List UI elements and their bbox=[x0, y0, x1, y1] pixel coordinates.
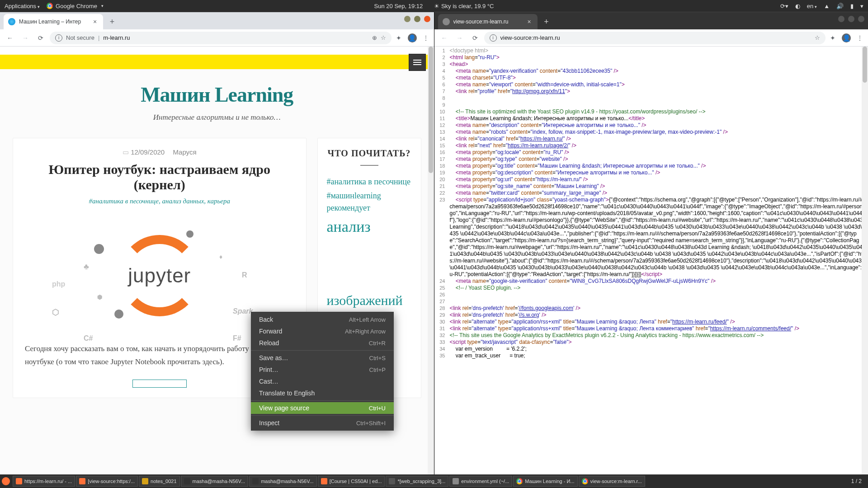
ctx-inspect[interactable]: InspectCtrl+Shift+I bbox=[251, 417, 394, 429]
apps-menu[interactable]: Applications▾ bbox=[5, 3, 40, 9]
desktop-topbar: Applications▾ Google Chrome▾ Sun 20 Sep,… bbox=[0, 0, 868, 12]
translate-icon[interactable]: ⊕ bbox=[372, 34, 377, 41]
ctx-print[interactable]: Print…Ctrl+P bbox=[251, 364, 394, 375]
ctx-back[interactable]: BackAlt+Left Arrow bbox=[251, 314, 394, 325]
sidebar-tag[interactable]: #машинlearning рекомендует bbox=[327, 190, 412, 214]
taskbar-item[interactable]: notes_0021 bbox=[139, 476, 180, 487]
sidebar-title: ЧТО ПОЧИТАТЬ? bbox=[327, 148, 412, 159]
omnibox[interactable]: i view-source:m-learn.ru ☆ bbox=[484, 32, 826, 44]
chrome-menu[interactable]: Google Chrome▾ bbox=[47, 3, 104, 9]
clock[interactable]: Sun 20 Sep, 19:12 bbox=[374, 3, 423, 9]
site-menu-button[interactable] bbox=[409, 54, 426, 71]
taskbar-item[interactable]: https://m-learn.ru/ - ... bbox=[13, 476, 75, 487]
sidebar-tag[interactable]: изображений bbox=[327, 292, 412, 309]
browser-tab[interactable]: view-source:m-learn.ru × bbox=[438, 14, 538, 29]
reload-button[interactable]: ⟳ bbox=[34, 32, 47, 44]
post-title[interactable]: Юпитер ноутбук: настраиваем ядро (кернел… bbox=[25, 162, 294, 192]
profile-icon[interactable]: 👤 bbox=[408, 33, 417, 42]
weather[interactable]: ☀ Sky is clear, 19.9 °C bbox=[434, 3, 494, 9]
extensions-icon[interactable]: ✦ bbox=[828, 33, 837, 42]
post-author[interactable]: Маруся bbox=[173, 148, 196, 156]
taskbar: https://m-learn.ru/ - ...[view-source:ht… bbox=[0, 474, 868, 488]
ctx-save-as[interactable]: Save as…Ctrl+S bbox=[251, 352, 394, 364]
scrollbar[interactable] bbox=[428, 47, 434, 474]
window-close[interactable] bbox=[424, 16, 430, 22]
site-title[interactable]: Машин Learning bbox=[0, 83, 434, 107]
sidebar-tag[interactable]: #аналитика в песочнице bbox=[327, 176, 412, 188]
omnibox[interactable]: i Not secure | m-learn.ru ⊕ ☆ bbox=[50, 32, 392, 44]
extensions-icon[interactable]: ✦ bbox=[394, 33, 403, 42]
tab-bar: view-source:m-learn.ru × + bbox=[434, 12, 868, 29]
reload-button[interactable]: ⟳ bbox=[469, 32, 481, 44]
address-bar: ← → ⟳ i view-source:m-learn.ru ☆ ✦ 👤 ⋮ bbox=[434, 29, 868, 47]
power-icon[interactable]: ▾ bbox=[860, 3, 863, 9]
ctx-transl 6a74 te[interactable]: Translate to English bbox=[251, 387, 394, 399]
taskbar-item[interactable]: [view-source:https:/... bbox=[76, 476, 138, 487]
updates-icon[interactable]: ⟳▾ bbox=[780, 3, 788, 9]
post-tags[interactable]: #аналитика в песочнице, анализ данных, к… bbox=[89, 197, 230, 205]
tab-close-icon[interactable]: × bbox=[91, 18, 99, 25]
tab-title: view-source:m-learn.ru bbox=[453, 19, 522, 25]
header-band bbox=[0, 55, 434, 69]
site-info-icon[interactable]: i bbox=[55, 34, 62, 42]
taskbar-item[interactable]: masha@masha-N56V... bbox=[249, 476, 317, 487]
taskbar-item[interactable]: masha@masha-N56V... bbox=[181, 476, 249, 487]
taskbar-item[interactable]: environment.yml (~/... bbox=[449, 476, 512, 487]
lang-indicator[interactable]: en▾ bbox=[807, 3, 817, 9]
taskbar-item[interactable]: [Course | CS50AI | ed... bbox=[318, 476, 385, 487]
menu-icon[interactable]: ⋮ bbox=[855, 33, 864, 42]
post-date: 12/09/2020 bbox=[131, 148, 165, 156]
new-tab-button[interactable]: + bbox=[540, 15, 553, 28]
window-minimize[interactable] bbox=[404, 16, 410, 22]
menu-icon[interactable]: ⋮ bbox=[421, 33, 430, 42]
forward-button[interactable]: → bbox=[19, 32, 32, 44]
scrollbar[interactable] bbox=[862, 47, 868, 474]
source-code-view[interactable]: 1<!doctype html>2<html lang="ru-RU">3<he… bbox=[434, 47, 868, 474]
site-subtitle: Интересные алгоритмы и не только… bbox=[0, 113, 434, 122]
browser-tab[interactable]: Машин Learning – Интер × bbox=[4, 14, 103, 29]
profile-icon[interactable]: 👤 bbox=[842, 33, 851, 42]
forward-button[interactable]: → bbox=[453, 32, 466, 44]
taskbar-item[interactable]: view-source:m-learn.r... bbox=[579, 476, 645, 487]
url-text: view-source:m-learn.ru bbox=[500, 34, 560, 41]
window-maximize[interactable] bbox=[848, 16, 854, 22]
tray-icon[interactable]: ◐ bbox=[795, 3, 800, 9]
chrome-window-right: view-source:m-learn.ru × + ← → ⟳ i view-… bbox=[434, 12, 868, 474]
window-minimize[interactable] bbox=[838, 16, 844, 22]
firefox-launcher[interactable] bbox=[2, 477, 10, 485]
tab-close-icon[interactable]: × bbox=[526, 18, 533, 25]
site-info-icon[interactable]: i bbox=[490, 34, 497, 42]
battery-icon[interactable]: ▮ bbox=[850, 3, 854, 9]
back-button[interactable]: ← bbox=[4, 32, 16, 44]
taskbar-item[interactable]: Машин Learning - И... bbox=[513, 476, 577, 487]
sidebar-tag[interactable]: анализ bbox=[327, 218, 412, 236]
ctx-forward[interactable]: ForwardAlt+Right Arrow bbox=[251, 325, 394, 337]
ctx-view-source[interactable]: View page sourceCtrl+U bbox=[251, 402, 394, 414]
workspace-indicator[interactable]: 1 / 2 bbox=[847, 478, 866, 484]
new-tab-button[interactable]: + bbox=[106, 15, 118, 28]
address-bar: ← → ⟳ i Not secure | m-learn.ru ⊕ ☆ ✦ 👤 … bbox=[0, 29, 434, 47]
chrome-icon bbox=[47, 3, 53, 9]
tab-bar: Машин Learning – Интер × + bbox=[0, 12, 434, 29]
volume-icon[interactable]: 🔊 bbox=[836, 3, 844, 9]
window-maximize[interactable] bbox=[414, 16, 420, 22]
bookmark-icon[interactable]: ☆ bbox=[815, 34, 820, 41]
network-icon[interactable]: ▲ bbox=[824, 3, 830, 9]
url-text: m-learn.ru bbox=[103, 34, 130, 41]
favicon bbox=[8, 18, 15, 25]
not-secure-label: Not secure bbox=[66, 34, 94, 41]
taskbar-item[interactable]: *[web_scrapping_3]... bbox=[386, 476, 448, 487]
tab-title: Машин Learning – Интер bbox=[19, 19, 88, 25]
back-button[interactable]: ← bbox=[438, 32, 451, 44]
context-menu: BackAlt+Left Arrow ForwardAlt+Right Arro… bbox=[251, 312, 394, 431]
favicon bbox=[443, 18, 450, 25]
ctx-reload[interactable]: ReloadCtrl+R bbox=[251, 337, 394, 349]
ctx-cast[interactable]: Cast… bbox=[251, 375, 394, 387]
window-close[interactable] bbox=[858, 16, 864, 22]
bookmark-icon[interactable]: ☆ bbox=[381, 34, 386, 41]
